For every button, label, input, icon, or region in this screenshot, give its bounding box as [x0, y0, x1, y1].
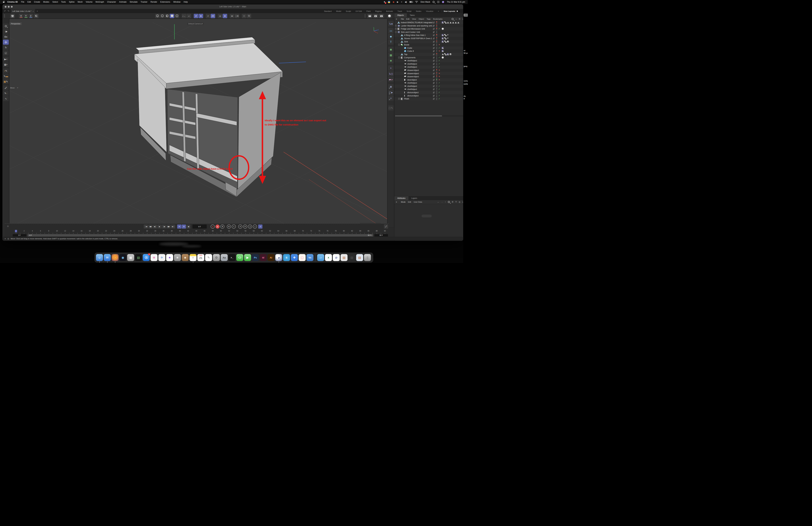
live-selection[interactable]: ◌▶ — [3, 29, 9, 34]
visibility-dots[interactable] — [436, 79, 437, 81]
keyframe-selection-button[interactable]: ⚙ — [220, 224, 224, 229]
tab-attributes[interactable]: Attributes — [394, 196, 408, 200]
axis-settings-button[interactable]: ⚙ — [223, 14, 227, 18]
layer-icon[interactable] — [433, 82, 435, 84]
enabled-check-icon[interactable]: ✓ — [438, 88, 440, 90]
dock-textedit[interactable]: ✎ — [205, 254, 212, 261]
dock-facetime[interactable]: ▶ — [244, 254, 251, 261]
text-object-button[interactable]: T — [388, 40, 394, 45]
disabled-x-icon[interactable]: ✕ — [438, 72, 440, 74]
visibility-dots[interactable] — [436, 88, 437, 90]
om-home-icon[interactable]: ⌂ — [455, 18, 457, 20]
tag-icons[interactable] — [442, 47, 444, 49]
tag-icons[interactable] — [442, 53, 452, 56]
tab-layers[interactable]: Layers — [408, 196, 420, 200]
object-row[interactable]: divisorobject✓ — [394, 91, 463, 94]
workplane-mode-button[interactable]: ▱ — [187, 14, 191, 18]
disabled-x-icon[interactable]: ✕ — [438, 78, 440, 81]
timeline-key-icon[interactable]: ◇ — [7, 225, 9, 227]
render-settings-button[interactable]: ⚙ — [379, 14, 384, 18]
menu-animate[interactable]: Animate — [119, 1, 127, 3]
menu-modes[interactable]: Modes — [43, 1, 49, 3]
zoom-tool[interactable] — [3, 24, 9, 29]
dock-folder[interactable]: ▱ — [317, 254, 324, 261]
flag-tag-icon[interactable] — [447, 53, 449, 56]
volume-icon[interactable]: ◀) — [405, 1, 407, 3]
tag-icons[interactable] — [442, 37, 449, 40]
menu-mesh[interactable]: Mesh — [78, 1, 83, 3]
menu-simulate[interactable]: Simulate — [130, 1, 137, 3]
layer-icon[interactable] — [433, 44, 435, 46]
dock-window-preview[interactable]: ▤ — [340, 254, 348, 261]
visibility-dots[interactable] — [436, 98, 437, 100]
layer-icon[interactable] — [433, 63, 435, 65]
object-row[interactable]: shelfobject✓ — [394, 65, 463, 69]
object-name[interactable]: Cube — [407, 47, 412, 49]
go-to-end-button[interactable]: ▶❘ — [171, 224, 175, 229]
menu-tracker[interactable]: Tracker — [141, 1, 147, 3]
tab-takes[interactable]: Takes — [407, 13, 418, 17]
enabled-check-icon[interactable]: ✓ — [438, 82, 440, 84]
keyframe-disable-button[interactable]: ∅ — [258, 224, 262, 229]
new-layouts-toggle[interactable]: New Layouts — [442, 10, 462, 12]
object-name[interactable]: Cube.9 — [407, 50, 414, 52]
go-to-start-button[interactable]: ❘◀ — [144, 224, 148, 229]
visibility-dots[interactable] — [436, 82, 437, 84]
subdivision-surface-button[interactable]: ◉ — [388, 47, 394, 52]
undo-icon[interactable]: ↶ — [4, 10, 6, 12]
om-menu-file[interactable]: File — [401, 18, 404, 20]
enabled-check-icon[interactable]: ✓ — [438, 91, 440, 93]
dock-imovie[interactable]: ★ — [166, 254, 173, 261]
snap-enable-button[interactable]: Ư — [194, 14, 198, 18]
mat-white-tag-icon[interactable] — [442, 28, 444, 30]
checker-tag-icon[interactable] — [444, 37, 447, 40]
tri-tag-icon[interactable] — [450, 21, 452, 24]
fcurve-icon[interactable]: ⤢ — [384, 224, 388, 229]
playhead[interactable] — [15, 230, 17, 232]
volume-builder-button[interactable]: ▦ — [388, 53, 394, 58]
object-name[interactable]: drawerobject — [407, 69, 419, 71]
mat-chrome-tag-icon[interactable] — [450, 53, 452, 56]
spotlight-icon[interactable] — [433, 1, 435, 3]
anim-move-button[interactable]: ✛ — [238, 224, 242, 229]
dock-cinema4d[interactable]: ◕ — [275, 254, 282, 261]
rotate-tool[interactable]: ↻ — [3, 45, 9, 50]
object-name[interactable]: drawerobject — [407, 72, 419, 75]
dock-dropbox[interactable]: ❖ — [291, 254, 298, 261]
attr-forward-icon[interactable]: → — [441, 201, 443, 203]
object-name[interactable]: Tap — [404, 53, 407, 56]
next-frame-button[interactable]: ❘▶ — [162, 224, 166, 229]
object-name[interactable]: Stoves SGB700PSBLK Oven.1 — [404, 37, 432, 40]
attr-target-icon[interactable]: ◎ — [459, 201, 460, 203]
flag-icon[interactable] — [388, 1, 390, 3]
uv-mode-button[interactable]: ⚡ — [175, 14, 179, 18]
layer-icon[interactable] — [433, 31, 435, 33]
coordinate-system-button[interactable] — [34, 14, 39, 18]
object-name[interactable]: doorobject — [407, 79, 417, 81]
transform-tool[interactable]: ▶✛ — [3, 57, 9, 62]
prev-key-button[interactable]: ◀◆ — [148, 224, 153, 229]
om-menu-object[interactable]: Object — [419, 18, 424, 20]
camera-label[interactable]: Default Camera ⇄ — [187, 23, 204, 25]
enabled-check-icon[interactable]: ✓ — [438, 66, 440, 68]
checker-tag-icon[interactable] — [444, 21, 447, 24]
dock-trash[interactable]: ▯ — [364, 254, 371, 261]
tag-icons[interactable] — [442, 21, 460, 24]
lock-z-axis-button[interactable]: Z — [29, 14, 33, 18]
tri-tag-icon[interactable] — [457, 21, 460, 24]
checker-tag-icon[interactable] — [444, 41, 447, 43]
dock-window-preview-dark[interactable]: ▤ — [348, 254, 355, 261]
enabled-check-icon[interactable]: ✓ — [438, 56, 440, 59]
om-filter-icon[interactable]: ☰ — [459, 18, 460, 20]
object-row[interactable]: 4 Ring Inline Gas Hob.1 — [394, 34, 463, 37]
range-track[interactable]: ⫴ 0 F 90 F ⫴ — [28, 234, 373, 236]
lock-y-axis-button[interactable]: Y — [24, 14, 28, 18]
timeline-ruler[interactable]: 0246810121416182022242628303234363840424… — [5, 230, 389, 233]
dock-widgets[interactable]: ▤ — [135, 254, 142, 261]
object-name[interactable]: Sink — [404, 41, 408, 43]
tri-tag-icon[interactable] — [442, 53, 444, 56]
object-row[interactable]: drawerobject✕ — [394, 75, 463, 78]
viewport-solo-button[interactable]: ⬡ — [242, 14, 246, 18]
next-key-button[interactable]: ◆▶ — [166, 224, 171, 229]
attr-back-icon[interactable]: ← — [437, 201, 439, 203]
